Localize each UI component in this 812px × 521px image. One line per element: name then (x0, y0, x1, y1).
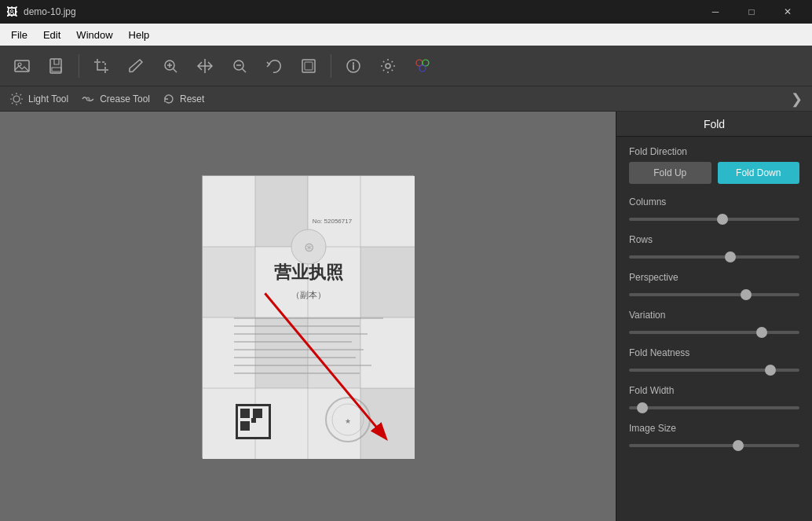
expand-button[interactable]: ❯ (791, 90, 803, 108)
rows-slider[interactable] (629, 255, 799, 259)
zoom-in-button[interactable] (155, 50, 186, 82)
light-tool-icon (9, 92, 24, 106)
toolbar-separator-1 (79, 54, 79, 78)
svg-text:（副本）: （副本） (291, 290, 326, 299)
menu-bar: File Edit Window Help (0, 24, 812, 46)
light-tool-label: Light Tool (28, 94, 68, 105)
crease-tool-icon (81, 92, 95, 106)
svg-rect-27 (308, 317, 360, 388)
svg-point-1 (18, 63, 21, 66)
sub-toolbar: Light Tool Crease Tool Reset ❯ (0, 86, 812, 112)
save-button[interactable] (41, 50, 72, 82)
svg-text:营业执照: 营业执照 (274, 262, 343, 282)
close-button[interactable]: ✕ (770, 0, 806, 24)
minimize-button[interactable]: ─ (697, 0, 733, 24)
brush-button[interactable] (120, 50, 152, 82)
fold-direction-row: Fold Up Fold Down (629, 162, 799, 184)
info-button[interactable] (338, 50, 369, 82)
image-size-slider[interactable] (629, 444, 799, 447)
perspective-label: Perspective (629, 272, 799, 283)
menu-file[interactable]: File (3, 26, 35, 44)
reset-icon (163, 93, 175, 105)
right-panel: Fold Fold Direction Fold Up Fold Down Co… (616, 112, 812, 521)
svg-rect-40 (240, 409, 250, 418)
svg-rect-35 (234, 357, 356, 358)
window-controls: ─ □ ✕ (697, 0, 806, 24)
title-text: demo-10.jpg (24, 6, 76, 17)
image-size-control: Image Size (629, 423, 799, 449)
panel-title: Fold (704, 118, 725, 130)
svg-rect-31 (234, 325, 360, 327)
perspective-control: Perspective (629, 272, 799, 299)
svg-rect-32 (234, 333, 368, 335)
canvas-area: 营业执照 （副本） ★ (0, 112, 616, 521)
variation-control: Variation (629, 310, 799, 336)
svg-point-12 (419, 65, 426, 72)
columns-label: Columns (629, 196, 799, 207)
menu-help[interactable]: Help (121, 26, 158, 44)
svg-text:No: 52056717: No: 52056717 (313, 218, 353, 225)
svg-rect-43 (251, 418, 256, 423)
svg-rect-7 (305, 62, 313, 70)
svg-rect-37 (234, 372, 360, 374)
columns-control: Columns (629, 196, 799, 223)
svg-point-13 (13, 96, 20, 102)
restore-button[interactable]: □ (733, 0, 770, 24)
settings-button[interactable] (372, 50, 404, 82)
rows-control: Rows (629, 234, 799, 261)
reset-item[interactable]: Reset (163, 93, 204, 105)
svg-rect-6 (302, 60, 315, 72)
panel-header: Fold (616, 112, 812, 137)
fold-width-control: Fold Width (629, 385, 799, 412)
svg-rect-3 (52, 68, 61, 72)
fold-direction-label: Fold Direction (629, 146, 799, 157)
zoom-out-button[interactable] (224, 50, 255, 82)
crease-tool-label: Crease Tool (100, 94, 150, 105)
fold-neatness-label: Fold Neatness (629, 347, 799, 358)
svg-rect-26 (203, 247, 255, 317)
frame-button[interactable] (293, 50, 324, 82)
svg-rect-34 (234, 349, 364, 350)
svg-text:⊛: ⊛ (304, 240, 314, 254)
svg-rect-42 (240, 421, 250, 431)
app-icon: 🖼 (6, 6, 17, 18)
toolbar-separator-2 (331, 54, 331, 78)
fold-neatness-control: Fold Neatness (629, 347, 799, 374)
svg-point-14 (86, 97, 90, 101)
menu-edit[interactable]: Edit (35, 26, 68, 44)
variation-slider[interactable] (629, 331, 799, 334)
svg-rect-33 (234, 341, 352, 343)
columns-slider[interactable] (629, 218, 799, 221)
reset-label: Reset (180, 94, 204, 105)
fold-neatness-slider[interactable] (629, 369, 799, 372)
move-button[interactable] (189, 50, 221, 82)
fold-controls: Fold Direction Fold Up Fold Down Columns… (616, 137, 812, 521)
menu-window[interactable]: Window (68, 26, 120, 44)
open-image-button[interactable] (6, 50, 38, 82)
title-bar: 🖼 demo-10.jpg ─ □ ✕ (0, 0, 812, 24)
rows-label: Rows (629, 234, 799, 245)
variation-label: Variation (629, 310, 799, 321)
svg-rect-30 (234, 317, 383, 319)
svg-rect-36 (234, 365, 371, 366)
image-size-label: Image Size (629, 423, 799, 434)
fold-up-button[interactable]: Fold Up (629, 162, 711, 184)
main-area: 营业执照 （副本） ★ (0, 112, 812, 521)
light-tool-item[interactable]: Light Tool (9, 92, 68, 106)
document-svg: 营业执照 （副本） ★ (203, 176, 415, 459)
crease-tool-item[interactable]: Crease Tool (81, 92, 150, 106)
svg-rect-41 (253, 409, 262, 418)
perspective-slider[interactable] (629, 293, 799, 296)
fold-width-slider[interactable] (629, 406, 799, 409)
crop-button[interactable] (86, 50, 117, 82)
document-image: 营业执照 （副本） ★ (202, 175, 414, 458)
svg-point-9 (386, 64, 390, 68)
svg-rect-24 (255, 317, 308, 388)
svg-rect-25 (360, 388, 415, 459)
undo-button[interactable] (258, 50, 290, 82)
svg-text:★: ★ (345, 417, 351, 425)
fold-down-button[interactable]: Fold Down (718, 162, 800, 184)
effects-button[interactable] (407, 50, 438, 82)
fold-width-label: Fold Width (629, 385, 799, 396)
svg-rect-23 (360, 247, 415, 317)
